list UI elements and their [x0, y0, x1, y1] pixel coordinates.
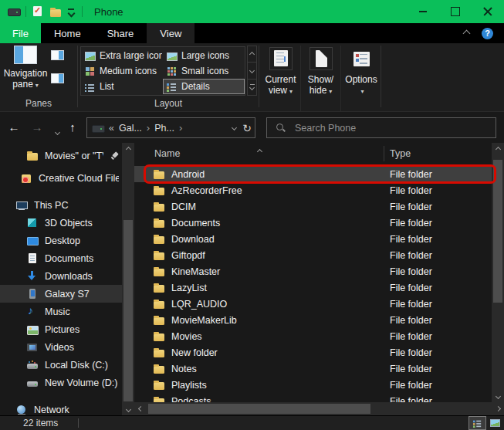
breadcrumb-overflow-icon[interactable]: « — [109, 123, 114, 134]
column-header-name[interactable]: Name — [154, 148, 180, 159]
scroll-down-icon[interactable] — [492, 390, 504, 402]
scroll-up-icon[interactable] — [492, 143, 504, 155]
properties-icon[interactable] — [32, 5, 44, 18]
table-row[interactable]: LQR_AUDIO File folder — [134, 296, 504, 312]
column-header-type[interactable]: Type — [390, 148, 411, 159]
table-row[interactable]: Playlists File folder — [134, 377, 504, 393]
ribbon-tab[interactable]: Share — [94, 23, 147, 43]
table-row[interactable]: KineMaster File folder — [134, 263, 504, 279]
minimize-button[interactable] — [407, 0, 439, 23]
table-row[interactable]: Documents File folder — [134, 215, 504, 231]
sidebar-item[interactable]: Galaxy S7 — [0, 285, 122, 303]
ribbon-tab[interactable]: View — [147, 23, 194, 43]
gallery-more-icon[interactable] — [247, 79, 257, 96]
sidebar-item[interactable]: Network — [0, 401, 122, 415]
customize-qat-icon[interactable] — [66, 7, 76, 17]
sidebar-item[interactable]: 3D Objects — [0, 214, 122, 232]
table-row[interactable]: New folder File folder — [134, 344, 504, 361]
table-row[interactable]: Notes File folder — [134, 361, 504, 377]
table-row[interactable]: Download File folder — [134, 231, 504, 247]
scrollbar-thumb[interactable] — [148, 404, 370, 414]
table-row[interactable]: AzRecorderFree File folder — [134, 182, 504, 198]
help-icon[interactable]: ? — [482, 28, 493, 39]
gallery-up-icon[interactable] — [247, 46, 257, 63]
table-row[interactable]: DCIM File folder — [134, 198, 504, 215]
sidebar-item[interactable]: Downloads — [0, 267, 122, 285]
sidebar-item[interactable]: Creative Cloud Files — [0, 169, 122, 187]
back-button[interactable]: ← — [5, 120, 23, 135]
sidebar-item[interactable]: Videos — [0, 338, 122, 356]
breadcrumb-item[interactable]: Gal... — [119, 123, 142, 134]
sidebar-item[interactable]: This PC — [0, 196, 122, 214]
sidebar-scrollbar[interactable] — [122, 143, 134, 415]
column-divider[interactable] — [384, 146, 384, 161]
thumbnails-view-button[interactable] — [486, 416, 504, 430]
up-button[interactable]: ↑ — [63, 120, 82, 135]
maximize-button[interactable] — [439, 0, 472, 23]
refresh-icon[interactable]: ↻ — [242, 122, 252, 134]
sidebar-item[interactable]: New Volume (D:) — [0, 374, 122, 391]
scrollbar-thumb[interactable] — [493, 160, 502, 303]
table-row[interactable]: Giftopdf File folder — [134, 247, 504, 263]
details-pane-icon[interactable] — [51, 73, 64, 83]
file-name: LQR_AUDIO — [171, 299, 227, 310]
caret-down-icon: ▾ — [36, 82, 39, 89]
file-type: File folder — [390, 283, 432, 293]
file-type: File folder — [390, 201, 432, 212]
horizontal-scrollbar[interactable] — [134, 402, 504, 415]
cube-icon — [26, 217, 39, 229]
navigation-bar: ← → ↑ « Gal... › Ph... › ↻ — [0, 111, 504, 143]
ribbon-button[interactable]: Show/ hide▾ — [301, 46, 341, 111]
sidebar-item-label: Galaxy S7 — [45, 289, 119, 300]
layout-option[interactable]: Small icons — [163, 63, 245, 79]
options-icon — [350, 47, 373, 70]
breadcrumb-item[interactable]: Ph... — [154, 123, 174, 134]
table-row[interactable]: MovieMakerLib File folder — [134, 312, 504, 328]
tab-file[interactable]: File — [0, 23, 41, 43]
table-row[interactable]: Android File folder — [134, 166, 504, 182]
preview-pane-icon[interactable] — [51, 50, 64, 60]
sidebar-item-label: Music — [45, 306, 119, 317]
navigation-pane-button[interactable]: Navigation pane▾ — [2, 46, 49, 98]
ribbon-button[interactable]: Current view▾ — [261, 46, 301, 111]
scroll-right-icon[interactable] — [492, 402, 504, 415]
sidebar-item[interactable]: Movies" or "TV sh — [0, 147, 122, 164]
layout-option[interactable]: List — [81, 79, 163, 94]
sidebar-item[interactable]: Documents — [0, 249, 122, 267]
cc-icon — [20, 172, 32, 185]
column-headers: Name Type — [134, 143, 504, 164]
new-folder-icon[interactable] — [49, 6, 61, 18]
file-type: File folder — [390, 266, 432, 277]
glg-icon — [166, 50, 178, 62]
details-view-button[interactable] — [468, 416, 486, 430]
search-input[interactable] — [293, 122, 479, 134]
gallery-down-icon[interactable] — [247, 62, 257, 79]
layout-option[interactable]: Details — [163, 79, 245, 94]
collapse-ribbon-icon[interactable] — [463, 29, 471, 37]
sidebar-item[interactable]: Desktop — [0, 232, 122, 249]
table-row[interactable]: Podcasts File folder — [134, 393, 504, 402]
scroll-left-icon[interactable] — [134, 402, 147, 415]
scroll-down-icon[interactable] — [122, 403, 134, 415]
file-name: Playlists — [171, 380, 207, 391]
sidebar-item[interactable]: Music — [0, 303, 122, 320]
layout-option[interactable]: Large icons — [163, 48, 245, 63]
scrollbar-thumb[interactable] — [123, 220, 133, 401]
layout-option[interactable]: Medium icons — [81, 63, 163, 79]
ribbon-tab[interactable]: Home — [41, 23, 94, 43]
sidebar-item[interactable]: Pictures — [0, 320, 122, 338]
scroll-up-icon[interactable] — [122, 143, 134, 155]
table-row[interactable]: LazyList File folder — [134, 279, 504, 296]
ribbon-button[interactable]: Options ▾ — [341, 46, 381, 111]
address-dropdown-icon[interactable] — [232, 125, 237, 130]
close-button[interactable] — [472, 0, 504, 23]
folder-icon — [153, 314, 165, 327]
layout-option[interactable]: Extra large icons — [81, 48, 163, 63]
pin-icon — [110, 151, 119, 161]
address-bar[interactable]: « Gal... › Ph... › ↻ — [86, 117, 255, 138]
file-type: File folder — [390, 169, 432, 180]
forward-button[interactable]: → — [28, 120, 46, 135]
table-row[interactable]: Movies File folder — [134, 328, 504, 344]
sidebar-item[interactable]: Local Disk (C:) — [0, 356, 122, 374]
vertical-scrollbar[interactable] — [492, 143, 504, 402]
